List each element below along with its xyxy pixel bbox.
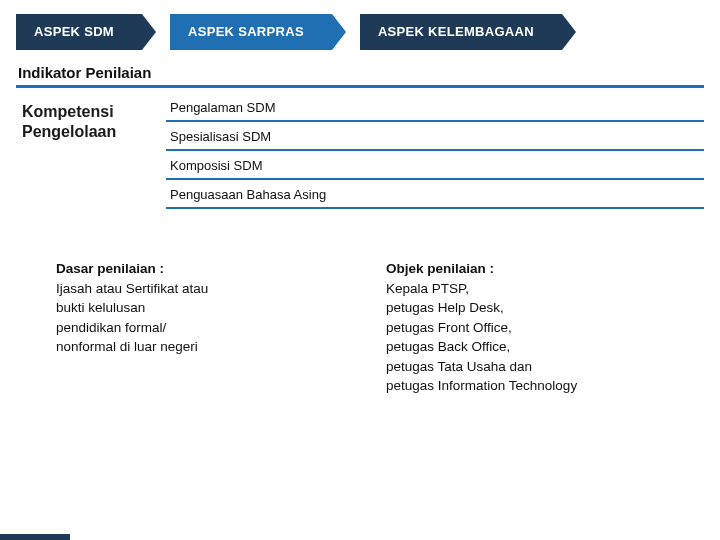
tab-aspek-sdm[interactable]: ASPEK SDM (16, 14, 142, 50)
objek-heading: Objek penilaian : (386, 261, 494, 276)
objek-line: petugas Back Office, (386, 339, 510, 354)
dasar-line: nonformal di luar negeri (56, 339, 198, 354)
tab-label: ASPEK SARPRAS (188, 24, 304, 39)
criteria-list: Pengalaman SDM Spesialisasi SDM Komposis… (156, 96, 704, 209)
tab-label: ASPEK KELEMBAGAAN (378, 24, 534, 39)
section-title: Indikator Penilaian (0, 50, 720, 83)
chevron-right-icon (562, 14, 576, 50)
list-item: Pengalaman SDM (166, 96, 704, 122)
dasar-penilaian: Dasar penilaian : Ijasah atau Sertifikat… (56, 259, 316, 396)
tab-label: ASPEK SDM (34, 24, 114, 39)
chevron-right-icon (142, 14, 156, 50)
kompetensi-heading: Kompetensi Pengelolaan (16, 96, 156, 142)
dasar-line: Ijasah atau Sertifikat atau (56, 281, 208, 296)
list-item: Spesialisasi SDM (166, 122, 704, 151)
footer-accent (0, 534, 70, 540)
objek-line: petugas Tata Usaha dan (386, 359, 532, 374)
objek-line: Kepala PTSP, (386, 281, 469, 296)
kompetensi-line1: Kompetensi (22, 103, 114, 120)
content-row: Kompetensi Pengelolaan Pengalaman SDM Sp… (0, 88, 720, 209)
objek-penilaian: Objek penilaian : Kepala PTSP, petugas H… (386, 259, 686, 396)
tab-aspek-kelembagaan[interactable]: ASPEK KELEMBAGAAN (360, 14, 562, 50)
dasar-line: bukti kelulusan (56, 300, 145, 315)
list-item: Penguasaan Bahasa Asing (166, 180, 704, 209)
lower-columns: Dasar penilaian : Ijasah atau Sertifikat… (0, 209, 720, 396)
tab-aspek-sarpras[interactable]: ASPEK SARPRAS (170, 14, 332, 50)
dasar-heading: Dasar penilaian : (56, 261, 164, 276)
objek-line: petugas Information Technology (386, 378, 577, 393)
list-item: Komposisi SDM (166, 151, 704, 180)
chevron-right-icon (332, 14, 346, 50)
tab-bar: ASPEK SDM ASPEK SARPRAS ASPEK KELEMBAGAA… (0, 0, 720, 50)
objek-line: petugas Help Desk, (386, 300, 504, 315)
objek-line: petugas Front Office, (386, 320, 512, 335)
dasar-line: pendidikan formal/ (56, 320, 166, 335)
kompetensi-line2: Pengelolaan (22, 123, 116, 140)
